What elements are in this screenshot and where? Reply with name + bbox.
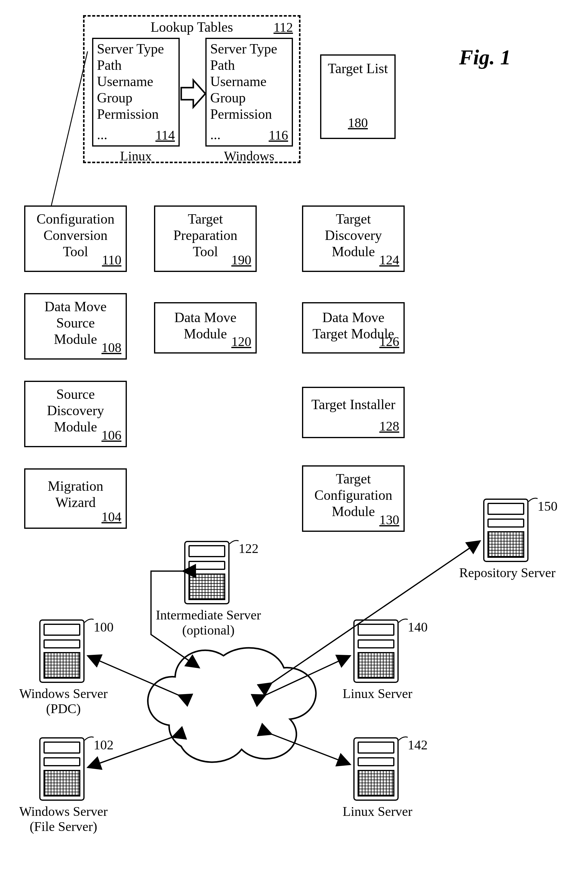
lookup-right-row-4: Permission	[210, 106, 272, 122]
lookup-right-row-5: ...	[210, 126, 221, 143]
lookup-ref: 112	[274, 20, 293, 35]
lookup-right-box: Server Type Path Username Group Permissi…	[206, 38, 293, 147]
module-migration-wiz: Migration Wizard 104	[24, 468, 127, 529]
server-linux-b-ref: 142	[408, 737, 428, 753]
server-repository-ref: 150	[538, 499, 558, 514]
module-config-conv-ref: 110	[102, 252, 122, 268]
lookup-left-row-1: Path	[97, 57, 122, 73]
server-intermediate-label1: Intermediate Server	[145, 607, 272, 623]
module-target-config: Target Configuration Module 130	[302, 465, 405, 532]
lookup-left-caption: Linux	[92, 148, 180, 164]
lookup-right-row-2: Username	[210, 74, 266, 89]
module-dm-target: Data Move Target Module 126	[302, 302, 405, 353]
lookup-title: Lookup Tables	[84, 19, 299, 35]
lookup-left-row-2: Username	[97, 74, 153, 89]
module-dm-source-l2: Source	[26, 315, 126, 331]
module-dm-target-l1: Data Move	[303, 310, 404, 325]
block-arrow-icon	[180, 77, 207, 110]
lookup-right-row-1: Path	[210, 57, 235, 73]
server-linux-b-label: Linux Server	[317, 804, 438, 819]
module-source-disc-l2: Discovery	[26, 403, 126, 419]
server-icon-win-pdc	[39, 619, 84, 683]
server-win-fs-label2: (File Server)	[0, 819, 127, 834]
module-target-config-ref: 130	[380, 512, 399, 527]
server-icon-intermediate	[184, 541, 230, 604]
module-config-conv-l2: Conversion	[26, 227, 126, 243]
lookup-left-ref: 114	[156, 128, 175, 143]
server-icon-linux-b	[353, 737, 399, 801]
module-dm-source: Data Move Source Module 108	[24, 293, 127, 359]
module-target-disc-ref: 124	[380, 252, 399, 268]
server-repository-label: Repository Server	[444, 565, 571, 580]
server-win-pdc-label1: Windows Server	[0, 686, 127, 701]
lookup-right-ref: 116	[269, 128, 288, 143]
module-dm-ref: 120	[231, 334, 251, 349]
module-config-conv-l1: Configuration	[26, 211, 126, 227]
server-linux-a-label: Linux Server	[317, 686, 438, 701]
module-migration-wiz-l2: Wizard	[26, 494, 126, 510]
server-intermediate-ref: 122	[238, 541, 258, 556]
module-target-config-l2: Configuration	[303, 487, 404, 503]
lookup-left-row-3: Group	[97, 90, 133, 106]
module-target-prep-ref: 190	[231, 252, 251, 268]
module-target-installer-l1: Target Installer	[303, 397, 404, 412]
lookup-right-caption: Windows	[206, 148, 293, 164]
lookup-left-row-4: Permission	[97, 106, 159, 122]
target-list-ref: 180	[321, 115, 394, 131]
server-icon-linux-a	[353, 619, 399, 683]
server-win-pdc-ref: 100	[94, 619, 114, 635]
module-target-prep: Target Preparation Tool 190	[154, 206, 257, 272]
network-label: Network	[169, 710, 266, 726]
module-dm-l1: Data Move	[155, 310, 255, 325]
module-migration-wiz-ref: 104	[102, 509, 122, 524]
module-dm-source-ref: 108	[102, 340, 122, 355]
module-migration-wiz-l1: Migration	[26, 478, 126, 494]
server-icon-repository	[483, 499, 528, 562]
target-list-box: Target List 180	[320, 54, 396, 139]
module-target-prep-l1: Target	[155, 211, 255, 227]
network-ref: 170	[169, 740, 266, 756]
figure-label: Fig. 1	[459, 45, 511, 69]
module-dm-target-ref: 126	[380, 334, 399, 349]
module-target-installer: Target Installer 128	[302, 387, 405, 438]
target-list-title: Target List	[321, 60, 394, 77]
module-source-disc-ref: 106	[102, 428, 122, 443]
lookup-tables-box: Lookup Tables 112 Server Type Path Usern…	[83, 15, 300, 163]
module-target-config-l1: Target	[303, 471, 404, 487]
server-win-fs-label1: Windows Server	[0, 804, 127, 819]
lookup-right-row-0: Server Type	[210, 41, 277, 57]
module-dm: Data Move Module 120	[154, 302, 257, 353]
module-target-disc-l1: Target	[303, 211, 404, 227]
lookup-left-box: Server Type Path Username Group Permissi…	[92, 38, 180, 147]
server-win-pdc-label2: (PDC)	[0, 701, 127, 717]
svg-line-5	[51, 51, 88, 206]
module-dm-source-l1: Data Move	[26, 299, 126, 314]
module-source-disc-l1: Source	[26, 386, 126, 402]
lookup-right-row-3: Group	[210, 90, 246, 106]
module-target-installer-ref: 128	[380, 419, 399, 434]
module-source-disc: Source Discovery Module 106	[24, 381, 127, 447]
module-config-conv: Configuration Conversion Tool 110	[24, 206, 127, 272]
server-icon-win-fs	[39, 737, 84, 801]
lookup-left-row-5: ...	[97, 126, 108, 143]
server-win-fs-ref: 102	[94, 737, 114, 753]
svg-line-3	[272, 734, 350, 765]
lookup-left-row-0: Server Type	[97, 41, 164, 57]
module-target-disc: Target Discovery Module 124	[302, 206, 405, 272]
server-intermediate-label2: (optional)	[145, 622, 272, 638]
server-linux-a-ref: 140	[408, 619, 428, 635]
module-target-prep-l2: Preparation	[155, 227, 255, 243]
figure-page: Fig. 1 Lookup Tables 112 Server Type Pat…	[0, 0, 588, 879]
module-target-disc-l2: Discovery	[303, 227, 404, 243]
